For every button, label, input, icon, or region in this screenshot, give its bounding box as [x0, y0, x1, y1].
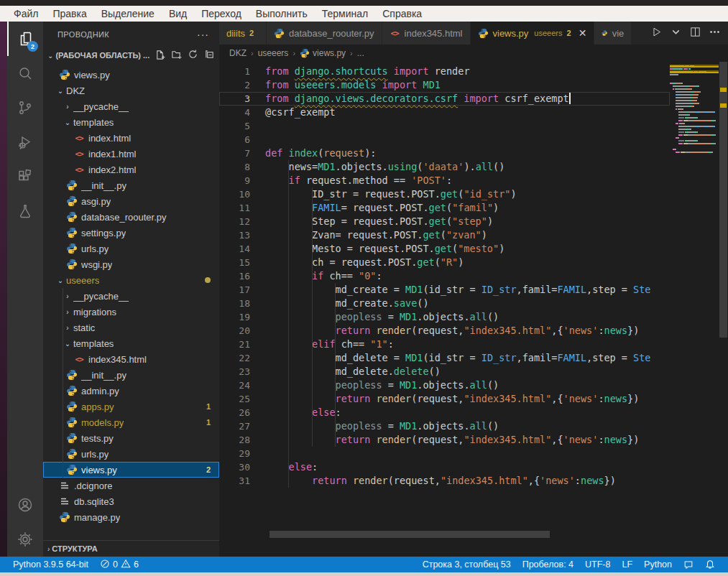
code-line-1[interactable]: 1from django.shortcuts import render — [219, 65, 670, 78]
tree-folder-static[interactable]: ›static — [43, 320, 219, 335]
menu-item-файл[interactable]: Файл — [7, 7, 45, 20]
breadcrumb-item-...[interactable]: ... — [357, 48, 364, 58]
tree-file-tests.py[interactable]: tests.py — [43, 430, 219, 446]
tab-vie[interactable]: vie — [594, 22, 632, 45]
tab-database_roouter.py[interactable]: database_roouter.py — [267, 22, 382, 45]
code-line-10[interactable]: 10 ID_str = request.POST.get("id_str") — [219, 187, 670, 201]
breadcrumb[interactable]: DKZ›useeers›views.py›... — [219, 45, 728, 62]
horizontal-scrollbar[interactable] — [219, 531, 670, 538]
code-line-24[interactable]: 24 peopless = MD1.objects.all() — [219, 378, 670, 392]
dropdown-icon[interactable] — [670, 26, 682, 41]
menu-item-терминал[interactable]: Терминал — [315, 7, 374, 20]
tree-folder-migrations[interactable]: ›migrations — [43, 304, 219, 320]
new-folder-icon[interactable] — [171, 49, 182, 62]
tab-index345.html[interactable]: <>index345.html — [382, 22, 471, 45]
workspace-section-header[interactable]: ⌄ (РАБОЧАЯ ОБЛАСТЬ) ... — [43, 47, 219, 64]
code-line-12[interactable]: 12 Step = request.POST.get("step") — [219, 215, 670, 228]
code-line-18[interactable]: 18 md_create.save() — [219, 297, 670, 310]
code-line-19[interactable]: 19 peopless = MD1.objects.all() — [219, 310, 670, 324]
code-line-8[interactable]: 8 news=MD1.objects.using('daata').all() — [219, 160, 670, 174]
code-line-20[interactable]: 20 return render(request,"index345.html"… — [219, 324, 670, 338]
minimap[interactable] — [670, 62, 719, 154]
breadcrumb-item-DKZ[interactable]: DKZ — [229, 48, 246, 58]
code-line-21[interactable]: 21 elif ch== "1": — [219, 338, 670, 351]
menu-item-правка[interactable]: Правка — [46, 7, 93, 20]
tree-file-apps.py[interactable]: apps.py1 — [43, 399, 219, 414]
collapse-all-icon[interactable] — [204, 49, 215, 62]
menu-item-вид[interactable]: Вид — [162, 7, 193, 20]
tree-file-index.html[interactable]: <>index.html — [43, 130, 219, 146]
horizontal-scrollbar-thumb[interactable] — [269, 531, 550, 538]
code-line-16[interactable]: 16 if ch== "0": — [219, 269, 670, 283]
code-line-15[interactable]: 15 ch = request.POST.get("R") — [219, 256, 670, 269]
settings-gear-icon[interactable] — [7, 522, 43, 557]
testing-icon[interactable] — [7, 194, 43, 228]
tree-file-admin.py[interactable]: admin.py — [43, 383, 219, 399]
tree-file-urls.py[interactable]: urls.py — [43, 446, 219, 462]
tab-diiits[interactable]: diiits2 — [219, 22, 267, 45]
tree-folder-templates[interactable]: ⌄templates — [43, 335, 219, 351]
tree-file-manage.py[interactable]: manage.py — [43, 509, 219, 525]
explorer-icon[interactable]: 2 — [7, 22, 43, 56]
code-line-31[interactable]: 31 return render(request,"index345.html"… — [219, 474, 670, 488]
tree-file-__init__.py[interactable]: __init__.py — [43, 367, 219, 383]
code-line-27[interactable]: 27 peopless = MD1.objects.all() — [219, 419, 670, 433]
menu-item-выполнить[interactable]: Выполнить — [249, 7, 314, 20]
tree-folder-useeers[interactable]: ⌄useeers — [43, 272, 219, 288]
code-line-5[interactable]: 5 — [219, 119, 670, 133]
code-line-26[interactable]: 26 else: — [219, 406, 670, 419]
language-mode-status[interactable]: Python — [638, 559, 678, 570]
code-line-30[interactable]: 30 else: — [219, 460, 670, 474]
eol-status[interactable]: LF — [616, 559, 638, 570]
vertical-scrollbar[interactable] — [719, 62, 728, 557]
split-editor-icon[interactable] — [689, 26, 701, 41]
new-file-icon[interactable] — [155, 49, 165, 62]
more-actions-icon[interactable] — [709, 26, 721, 41]
breadcrumb-item-views.py[interactable]: views.py — [300, 48, 346, 58]
code-line-22[interactable]: 22 md_delete = MD1(id_str = ID_str,famil… — [219, 351, 670, 365]
code-line-9[interactable]: 9 if request.method == 'POST': — [219, 174, 670, 187]
feedback-icon[interactable] — [678, 559, 699, 570]
encoding-status[interactable]: UTF-8 — [579, 559, 616, 570]
close-icon[interactable]: ✕ — [579, 27, 587, 39]
code-line-3[interactable]: 3from django.views.decorators.csrf impor… — [219, 92, 670, 106]
menu-item-выделение[interactable]: Выделение — [95, 7, 161, 20]
breadcrumb-item-useeers[interactable]: useeers — [258, 48, 289, 58]
code-line-28[interactable]: 28 return render(request,"index345.html"… — [219, 433, 670, 447]
problems-status[interactable]: 0 6 — [94, 559, 144, 571]
tree-file-urls.py[interactable]: urls.py — [43, 241, 219, 256]
indentation-status[interactable]: Пробелов: 4 — [517, 559, 579, 570]
extensions-icon[interactable] — [7, 159, 43, 194]
tree-file-wsgi.py[interactable]: wsgi.py — [43, 256, 219, 272]
tree-file-.dcignore[interactable]: .dcignore — [43, 478, 219, 493]
tree-file-__init__.py[interactable]: __init__.py — [43, 177, 219, 193]
tree-file-views.py[interactable]: views.py2 — [43, 462, 219, 478]
tree-folder-DKZ[interactable]: ⌄DKZ — [43, 83, 219, 98]
code-line-25[interactable]: 25 return render(request,"index345.html"… — [219, 392, 670, 406]
outline-section-header[interactable]: › СТРУКТУРА — [43, 540, 219, 557]
tree-folder-__pycache__[interactable]: ›__pycache__ — [43, 288, 219, 304]
run-debug-icon[interactable] — [7, 125, 43, 159]
code-editor[interactable]: 1from django.shortcuts import render2fro… — [219, 62, 670, 549]
refresh-icon[interactable] — [188, 49, 198, 62]
source-control-icon[interactable] — [7, 90, 43, 125]
tree-file-index345.html[interactable]: <>index345.html — [43, 351, 219, 367]
menu-item-переход[interactable]: Переход — [195, 7, 248, 20]
interpreter-status[interactable]: Python 3.9.5 64-bit — [7, 559, 94, 570]
run-icon[interactable] — [650, 26, 663, 41]
tree-file-index2.html[interactable]: <>index2.html — [43, 162, 219, 177]
code-line-2[interactable]: 2from useeers.models import MD1 — [219, 78, 670, 92]
menu-item-справка[interactable]: Справка — [376, 7, 428, 20]
search-icon[interactable] — [7, 56, 43, 90]
tab-views.py[interactable]: views.pyuseeers2✕ — [471, 22, 595, 45]
more-actions-icon[interactable]: ··· — [197, 29, 209, 40]
code-line-17[interactable]: 17 md_create = MD1(id_str = ID_str,famil… — [219, 283, 670, 297]
tree-file-db.sqlite3[interactable]: db.sqlite3 — [43, 493, 219, 509]
tree-file-models.py[interactable]: models.py1 — [43, 414, 219, 430]
account-icon[interactable] — [7, 488, 43, 522]
code-line-4[interactable]: 4@csrf_exempt — [219, 106, 670, 119]
tree-file-asgi.py[interactable]: asgi.py — [43, 193, 219, 209]
code-line-6[interactable]: 6 — [219, 133, 670, 147]
tree-folder-templates[interactable]: ⌄templates — [43, 114, 219, 130]
notifications-bell-icon[interactable] — [699, 559, 721, 570]
